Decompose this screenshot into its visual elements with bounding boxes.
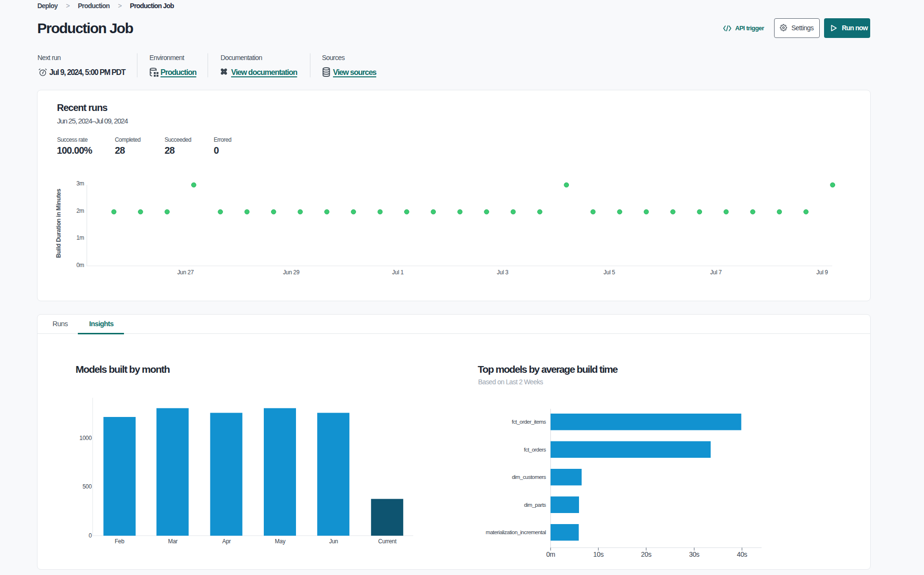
svg-text:0m: 0m <box>76 262 84 269</box>
svg-text:May: May <box>275 538 285 545</box>
svg-text:Jul 3: Jul 3 <box>497 269 508 276</box>
svg-text:fct_orders: fct_orders <box>524 447 546 453</box>
svg-text:30s: 30s <box>689 551 700 558</box>
svg-text:0: 0 <box>88 532 92 539</box>
svg-text:0m: 0m <box>546 551 555 558</box>
svg-text:Apr: Apr <box>222 538 231 545</box>
svg-text:Current: Current <box>378 538 397 545</box>
svg-text:40s: 40s <box>737 551 748 558</box>
svg-text:Jun: Jun <box>329 538 338 545</box>
svg-text:20s: 20s <box>641 551 652 558</box>
svg-text:1000: 1000 <box>79 435 92 441</box>
svg-text:10s: 10s <box>593 551 604 558</box>
svg-text:Mar: Mar <box>168 538 178 545</box>
svg-text:3m: 3m <box>76 180 84 187</box>
svg-text:Jun 27: Jun 27 <box>177 269 194 276</box>
svg-text:Jul 7: Jul 7 <box>710 269 722 276</box>
svg-text:materialization_incremental: materialization_incremental <box>486 529 546 535</box>
svg-text:500: 500 <box>83 483 92 490</box>
svg-text:Jun 29: Jun 29 <box>283 269 300 276</box>
svg-text:fct_order_items: fct_order_items <box>512 419 546 425</box>
svg-text:2m: 2m <box>76 208 84 214</box>
svg-text:Jul 9: Jul 9 <box>816 269 828 276</box>
svg-text:1m: 1m <box>76 234 84 241</box>
svg-text:Build Duration in Minutes: Build Duration in Minutes <box>55 189 62 258</box>
svg-text:Feb: Feb <box>115 538 124 545</box>
svg-text:dim_customers: dim_customers <box>512 474 546 480</box>
svg-text:Jul 5: Jul 5 <box>604 269 615 276</box>
svg-text:Jul 1: Jul 1 <box>392 269 404 276</box>
svg-text:dim_parts: dim_parts <box>524 502 546 508</box>
